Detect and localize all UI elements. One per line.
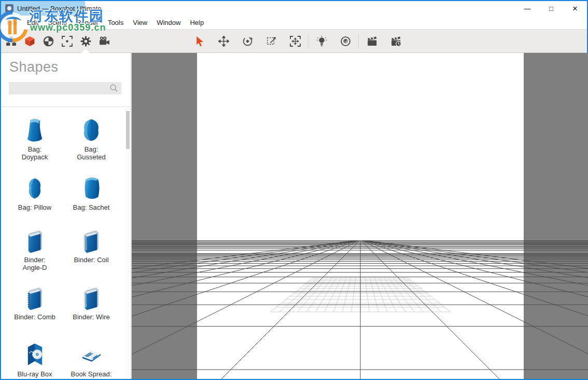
- settings-button[interactable]: [76, 31, 95, 51]
- shapes-scrollbar[interactable]: [126, 107, 130, 379]
- materials-ball-icon: [43, 36, 54, 47]
- settings-gear-icon: [80, 36, 91, 47]
- close-button[interactable]: ✕: [563, 1, 587, 16]
- app-window: Untitled — Boxshot Ultimate — □ ✕ FileEd…: [0, 0, 588, 380]
- fit-tool-button[interactable]: [283, 31, 307, 51]
- toolbar: [1, 29, 587, 53]
- binder-wire-icon: [77, 284, 106, 311]
- select-tool-button[interactable]: [188, 31, 212, 51]
- viewport-3d[interactable]: [131, 53, 587, 379]
- search-icon: [109, 84, 119, 93]
- shape-item-bag-pillow[interactable]: Bag: Pillow: [6, 175, 63, 211]
- bag-sachet-icon: [77, 175, 106, 202]
- scale-tool-button[interactable]: [259, 31, 283, 51]
- preview-tool-icon: [340, 36, 351, 47]
- bag-pillow-icon: [21, 175, 49, 202]
- shape-item-bag-sachet[interactable]: Bag: Sachet: [63, 175, 120, 211]
- shapes-panel-title: Shapes: [9, 59, 59, 75]
- lighting-button[interactable]: [310, 31, 333, 51]
- viewport-grid-canvas[interactable]: [132, 53, 588, 379]
- rotate-tool-button[interactable]: [235, 31, 259, 51]
- shapes-cube-icon: [24, 36, 35, 47]
- shape-item-binder-coil[interactable]: Binder: Coil: [63, 227, 120, 264]
- shape-item-blu-ray-box[interactable]: Blu-ray Box: [6, 342, 63, 378]
- decals-button[interactable]: [58, 31, 76, 51]
- shape-label: Book Spread:: [63, 370, 120, 378]
- shape-label: Blu-ray Box: [6, 370, 63, 378]
- frame-dot-icon: [62, 36, 73, 47]
- render-queue-icon: [390, 36, 401, 47]
- menu-file[interactable]: File: [2, 16, 22, 29]
- animation-button[interactable]: [95, 31, 114, 51]
- book-spread-icon: [77, 342, 106, 369]
- binder-coil-icon: [77, 227, 106, 254]
- move-tool-icon: [218, 36, 229, 47]
- move-tool-button[interactable]: [212, 31, 235, 51]
- main-content: Shapes Bag:Doypack Bag:Gusseted Bag: Pil…: [1, 53, 587, 379]
- app-icon: [5, 4, 13, 12]
- shape-item-bag-gusseted[interactable]: Bag:Gusseted: [63, 117, 120, 161]
- render-clapper-icon: [367, 36, 377, 47]
- menu-tools[interactable]: Tools: [103, 16, 128, 29]
- menu-render[interactable]: Render: [72, 16, 103, 29]
- maximize-button[interactable]: □: [539, 1, 563, 16]
- shapes-list: Bag:Doypack Bag:Gusseted Bag: Pillow Bag…: [1, 107, 131, 379]
- shape-label: Bag: Pillow: [6, 203, 63, 211]
- bag-gusseted-icon: [77, 117, 106, 144]
- panel-notch: [81, 49, 90, 53]
- shape-item-bag-doypack[interactable]: Bag:Doypack: [6, 117, 63, 161]
- select-arrow-icon: [194, 36, 205, 47]
- shapes-search-input[interactable]: [9, 85, 109, 92]
- shape-item-binder-comb[interactable]: Binder: Comb: [6, 284, 63, 321]
- menu-view[interactable]: View: [128, 16, 152, 29]
- light-tool-icon: [316, 36, 327, 47]
- render-button[interactable]: [360, 31, 384, 51]
- render-queue-button[interactable]: [384, 31, 408, 51]
- shape-label: Bag: Sachet: [63, 203, 120, 211]
- binder-comb-icon: [21, 284, 49, 311]
- shape-item-binder-angle-d[interactable]: Binder:Angle-D: [6, 227, 63, 272]
- animation-camera-icon: [99, 36, 110, 47]
- rotate-tool-icon: [242, 36, 253, 47]
- binder-angle-d-icon: [21, 227, 49, 254]
- shape-label: Bag:Gusseted: [63, 145, 120, 161]
- shapes-search-box: [9, 82, 121, 94]
- shape-label: Bag:Doypack: [6, 145, 63, 161]
- fit-tool-icon: [290, 36, 301, 47]
- shape-item-book-spread[interactable]: Book Spread:: [63, 342, 120, 378]
- menu-bar: FileEditSceneRenderToolsViewWindowHelp: [1, 16, 587, 29]
- menu-scene[interactable]: Scene: [43, 16, 72, 29]
- scene-tree-icon: [6, 36, 17, 47]
- scale-tool-icon: [266, 36, 277, 47]
- minimize-button[interactable]: —: [515, 1, 539, 16]
- menu-edit[interactable]: Edit: [22, 16, 43, 29]
- preview-button[interactable]: [333, 31, 357, 51]
- menu-help[interactable]: Help: [185, 16, 208, 29]
- menu-window[interactable]: Window: [152, 16, 185, 29]
- shapes-panel: Shapes Bag:Doypack Bag:Gusseted Bag: Pil…: [1, 53, 131, 379]
- shape-label: Binder:Angle-D: [6, 256, 63, 272]
- window-controls: — □ ✕: [515, 1, 587, 16]
- shape-label: Binder: Comb: [6, 313, 63, 321]
- window-title: Untitled — Boxshot Ultimate: [17, 5, 102, 12]
- blu-ray-box-icon: [21, 342, 49, 369]
- shape-item-binder-wire[interactable]: Binder: Wire: [63, 284, 120, 321]
- materials-button[interactable]: [39, 31, 58, 51]
- shape-label: Binder: Coil: [63, 256, 120, 264]
- toolbar-separator: [358, 34, 359, 48]
- shapes-button[interactable]: [20, 31, 39, 51]
- title-bar: Untitled — Boxshot Ultimate — □ ✕: [1, 1, 587, 16]
- shape-label: Binder: Wire: [63, 313, 120, 321]
- toolbar-separator: [308, 34, 309, 48]
- scene-tree-button[interactable]: [2, 31, 20, 51]
- scrollbar-thumb[interactable]: [126, 111, 130, 149]
- bag-doypack-icon: [21, 117, 49, 144]
